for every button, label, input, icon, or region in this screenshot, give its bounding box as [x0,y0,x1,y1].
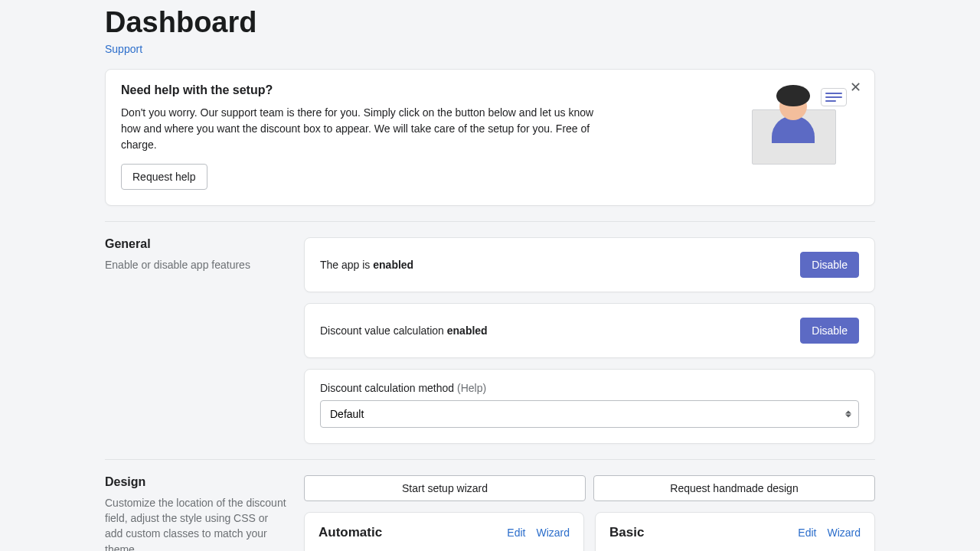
design-card-basic: Basic Edit Wizard The most basic styling… [595,512,875,551]
app-status-text: The app is enabled [320,259,413,271]
app-status-state: enabled [373,259,413,271]
design-card-desc: One style to fit them all. Adds existing… [318,548,570,551]
design-card-desc: The most basic styling of all. Sometimes… [609,548,861,551]
section-divider [105,459,875,460]
calc-disable-button[interactable]: Disable [800,318,859,344]
start-wizard-button[interactable]: Start setup wizard [304,475,586,501]
section-divider [105,221,875,222]
calc-method-label: Discount calculation method (Help) [320,382,859,394]
app-status-card: The app is enabled Disable [304,237,875,292]
close-icon[interactable]: ✕ [847,79,864,96]
design-edit-link[interactable]: Edit [798,527,816,539]
calc-method-select[interactable]: Default [320,400,859,428]
calc-method-help-link[interactable]: (Help) [457,382,486,394]
design-title: Design [105,475,289,489]
general-desc: Enable or disable app features [105,257,289,272]
section-design: Design Customize the location of the dis… [105,475,875,551]
general-title: General [105,237,289,251]
calc-status-text: Discount value calculation enabled [320,324,488,337]
calc-method-card: Discount calculation method (Help) Defau… [304,369,875,444]
design-card-name: Automatic [318,525,382,540]
app-disable-button[interactable]: Disable [800,252,859,278]
design-edit-link[interactable]: Edit [507,527,525,539]
design-card-name: Basic [609,525,644,540]
help-illustration [752,88,844,165]
section-general: General Enable or disable app features T… [105,237,875,444]
request-handmade-button[interactable]: Request handmade design [593,475,875,501]
design-wizard-link[interactable]: Wizard [827,527,861,539]
help-banner-title: Need help with the setup? [121,83,737,97]
calc-status-card: Discount value calculation enabled Disab… [304,303,875,358]
help-banner-body: Don't you worry. Our support team is the… [121,105,596,153]
calc-method-label-text: Discount calculation method [320,382,457,394]
design-desc: Customize the location of the discount f… [105,495,289,551]
request-help-button[interactable]: Request help [121,164,207,190]
design-wizard-link[interactable]: Wizard [536,527,570,539]
help-banner: Need help with the setup? Don't you worr… [105,69,875,206]
calc-status-state: enabled [447,324,488,337]
design-card-automatic: Automatic Edit Wizard One style to fit t… [304,512,584,551]
app-status-prefix: The app is [320,259,373,271]
support-link[interactable]: Support [105,43,142,55]
page-title: Dashboard [105,0,875,40]
calc-status-prefix: Discount value calculation [320,324,447,337]
